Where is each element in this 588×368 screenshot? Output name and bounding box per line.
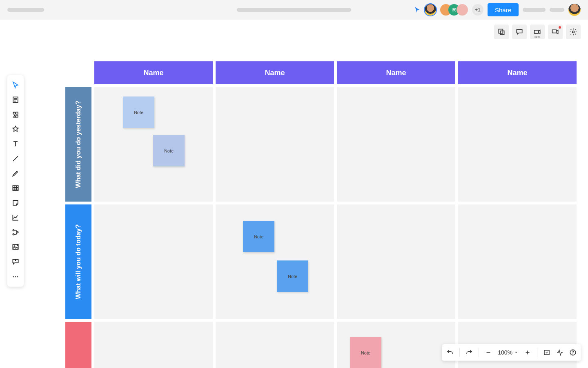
zoom-level[interactable]: 100% <box>498 349 518 356</box>
sticky-note-tool[interactable] <box>8 195 23 210</box>
svg-point-9 <box>13 112 15 114</box>
placeholder-pill <box>523 8 546 12</box>
svg-point-37 <box>572 354 573 354</box>
shapes-tool[interactable] <box>8 107 23 122</box>
cursor-indicator-icon <box>414 7 421 13</box>
comment-tool[interactable] <box>8 254 23 269</box>
account-avatar[interactable] <box>568 4 581 16</box>
column-header[interactable]: Name <box>94 61 213 84</box>
zoom-out-button[interactable] <box>485 349 492 356</box>
connector-tool[interactable] <box>8 225 23 240</box>
top-right-cluster: R +1 Share <box>414 3 581 16</box>
board-cell[interactable] <box>216 322 334 368</box>
presentation-button[interactable] <box>548 25 563 39</box>
bottom-bar: 100% <box>442 344 581 361</box>
svg-rect-15 <box>13 186 18 191</box>
undo-button[interactable] <box>446 349 454 356</box>
template-tool[interactable] <box>8 92 23 107</box>
svg-rect-10 <box>16 112 18 114</box>
sticky-note[interactable]: Note <box>350 337 381 368</box>
collaborator-avatars[interactable]: R <box>440 4 468 16</box>
help-button[interactable] <box>569 349 577 356</box>
column-header[interactable]: Name <box>458 61 577 84</box>
row-header[interactable] <box>65 322 91 368</box>
board-cell[interactable] <box>216 87 334 202</box>
separator <box>459 348 460 357</box>
more-collaborators-count[interactable]: +1 <box>472 4 483 16</box>
column-header[interactable]: Name <box>216 61 334 84</box>
row-header[interactable]: What will you do today? <box>65 204 91 319</box>
board-cell[interactable] <box>216 204 334 319</box>
sticky-note[interactable]: Note <box>243 221 274 252</box>
svg-point-22 <box>13 233 14 235</box>
svg-point-20 <box>13 229 14 231</box>
board-cell[interactable] <box>337 87 455 202</box>
line-tool[interactable] <box>8 151 23 166</box>
activity-button[interactable] <box>556 349 564 356</box>
svg-point-31 <box>17 276 18 278</box>
svg-rect-3 <box>552 30 557 33</box>
current-user-avatar[interactable] <box>425 4 436 16</box>
image-tool[interactable] <box>8 240 23 254</box>
column-header[interactable]: Name <box>337 61 455 84</box>
board-cell[interactable] <box>94 322 213 368</box>
left-tool-palette <box>7 75 24 287</box>
svg-point-29 <box>13 276 14 278</box>
svg-rect-2 <box>535 30 539 34</box>
svg-rect-0 <box>499 29 503 33</box>
share-button[interactable]: Share <box>488 3 519 16</box>
sticky-note[interactable]: Note <box>153 135 185 166</box>
redo-button[interactable] <box>466 349 473 356</box>
avatar-initial: R <box>452 7 456 13</box>
select-tool[interactable] <box>8 78 23 92</box>
chevron-down-icon <box>514 350 518 355</box>
board-canvas[interactable]: NameNameNameNameWhat did you do yesterda… <box>65 61 588 368</box>
star-tool[interactable] <box>8 122 23 137</box>
sticky-note[interactable]: Note <box>277 260 308 292</box>
svg-point-30 <box>15 276 16 278</box>
chart-tool[interactable] <box>8 210 23 225</box>
row-header[interactable]: What did you do yesterday? <box>65 87 91 202</box>
video-button[interactable]: BETA <box>530 25 545 39</box>
settings-button[interactable] <box>566 25 581 39</box>
title-placeholder <box>237 8 351 12</box>
separator <box>479 348 479 357</box>
pen-tool[interactable] <box>8 166 23 181</box>
beta-label: BETA <box>531 36 544 38</box>
svg-rect-1 <box>501 31 504 35</box>
svg-point-4 <box>572 31 575 33</box>
svg-rect-11 <box>16 115 18 117</box>
table-tool[interactable] <box>8 181 23 195</box>
svg-line-14 <box>13 156 18 161</box>
board-cell[interactable] <box>94 204 213 319</box>
sticky-note[interactable]: Note <box>123 96 154 128</box>
comments-button[interactable] <box>512 25 527 39</box>
text-tool[interactable] <box>8 137 23 151</box>
fit-button[interactable] <box>543 349 550 356</box>
breadcrumb-placeholder <box>7 8 44 12</box>
board-cell[interactable] <box>337 204 455 319</box>
placeholder-pill <box>550 8 564 12</box>
top-bar: R +1 Share <box>0 0 588 20</box>
board-cell[interactable] <box>458 87 577 202</box>
board-cell[interactable] <box>458 204 577 319</box>
collaborator-avatar[interactable] <box>457 4 468 16</box>
zoom-in-button[interactable] <box>524 349 531 356</box>
frames-button[interactable] <box>494 25 509 39</box>
notification-dot-icon <box>559 26 561 29</box>
canvas-toolbar-right: BETA <box>494 25 581 39</box>
separator <box>537 348 537 357</box>
more-tools-button[interactable] <box>8 269 23 284</box>
